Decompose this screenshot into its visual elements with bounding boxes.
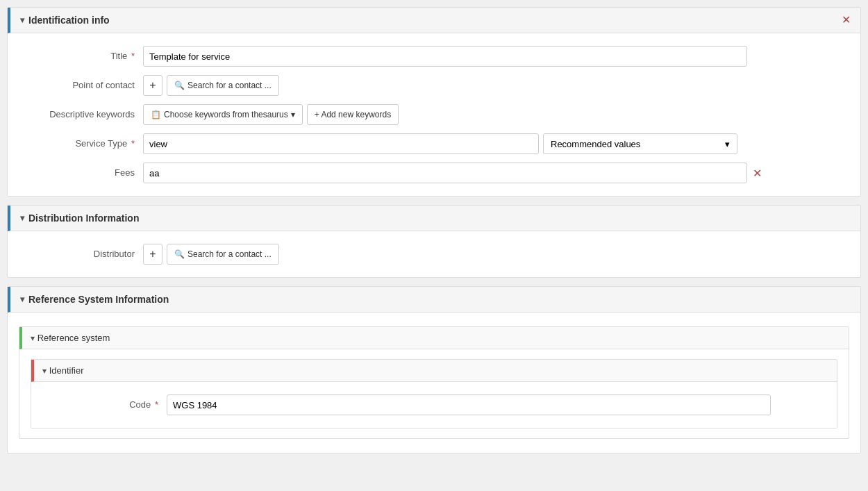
distribution-info-toggle[interactable]: ▾ Distribution Information	[20, 213, 139, 224]
reference-system-title: Reference System Information	[28, 294, 169, 305]
distributor-label: Distributor	[22, 244, 143, 259]
identifier-body: Code *	[31, 382, 837, 428]
distribution-info-title: Distribution Information	[28, 213, 139, 224]
distributor-control: + 🔍 Search for a contact ...	[143, 244, 846, 265]
plus-icon-dist: +	[149, 248, 156, 260]
point-of-contact-control: + 🔍 Search for a contact ...	[143, 75, 846, 96]
chevron-down-icon: ▾	[20, 15, 24, 25]
title-label: Title *	[22, 46, 143, 61]
distribution-info-section: ▾ Distribution Information Distributor +…	[7, 205, 861, 278]
identification-info-header[interactable]: ▾ Identification info ✕	[8, 8, 860, 33]
identification-info-toggle[interactable]: ▾ Identification info	[20, 15, 110, 26]
search-distributor-button[interactable]: 🔍 Search for a contact ...	[167, 244, 279, 265]
service-type-required-star: *	[131, 138, 135, 149]
code-required-star: *	[155, 399, 158, 410]
title-control	[143, 46, 846, 67]
chevron-down-icon-ref: ▾	[20, 294, 24, 304]
recommended-values-dropdown[interactable]: Recommended values ▾	[543, 133, 737, 154]
chevron-down-icon-dist: ▾	[20, 213, 24, 223]
search-contact-button[interactable]: 🔍 Search for a contact ...	[167, 75, 279, 96]
search-icon-dist: 🔍	[174, 249, 185, 259]
code-control	[167, 394, 823, 415]
identifier-section: ▾ Identifier Code *	[31, 359, 837, 428]
descriptive-keywords-row: Descriptive keywords 📋 Choose keywords f…	[8, 100, 860, 129]
code-label: Code *	[45, 394, 167, 410]
identifier-title: Identifier	[49, 365, 84, 376]
service-type-wrap: Recommended values ▾	[143, 133, 846, 154]
add-new-keywords-button[interactable]: + Add new keywords	[307, 104, 399, 125]
distributor-row: Distributor + 🔍 Search for a contact ...	[8, 240, 860, 269]
distribution-info-body: Distributor + 🔍 Search for a contact ...	[8, 231, 860, 277]
thesaurus-chevron-icon: ▾	[291, 110, 295, 119]
fees-input[interactable]	[143, 163, 747, 183]
service-type-control: Recommended values ▾	[143, 133, 846, 154]
service-type-label: Service Type *	[22, 133, 143, 149]
service-type-input[interactable]	[143, 133, 539, 154]
add-contact-button[interactable]: +	[143, 75, 162, 96]
title-input[interactable]	[143, 46, 747, 67]
distribution-info-header[interactable]: ▾ Distribution Information	[8, 206, 860, 231]
reference-system-toggle[interactable]: ▾ Reference System Information	[20, 294, 169, 305]
identification-info-body: Title * Point of contact + 🔍 Search for …	[8, 33, 860, 196]
identification-info-section: ▾ Identification info ✕ Title * Point of…	[7, 7, 861, 197]
identification-info-close-icon[interactable]: ✕	[842, 15, 851, 26]
title-row: Title *	[8, 42, 860, 71]
reference-system-nested-title: Reference system	[37, 333, 110, 343]
add-distributor-button[interactable]: +	[143, 244, 162, 265]
fees-label: Fees	[22, 163, 143, 178]
book-icon: 📋	[151, 110, 161, 119]
point-of-contact-row: Point of contact + 🔍 Search for a contac…	[8, 71, 860, 100]
reference-system-nested: ▾ Reference system ▾ Identifier	[19, 326, 849, 439]
chevron-down-icon-identifier: ▾	[42, 366, 47, 376]
descriptive-keywords-label: Descriptive keywords	[22, 104, 143, 119]
fees-delete-icon[interactable]: ✕	[753, 167, 762, 180]
identifier-header[interactable]: ▾ Identifier	[31, 360, 837, 382]
fees-row: Fees ✕	[8, 158, 860, 188]
descriptive-keywords-control: 📋 Choose keywords from thesaurus ▾ + Add…	[143, 104, 846, 125]
service-type-row: Service Type * Recommended values ▾	[8, 129, 860, 158]
dropdown-chevron-icon: ▾	[725, 139, 730, 149]
plus-icon: +	[149, 79, 156, 92]
identification-info-title: Identification info	[28, 15, 110, 26]
reference-system-header[interactable]: ▾ Reference System Information	[8, 287, 860, 313]
reference-system-section: ▾ Reference System Information ▾ Referen…	[7, 286, 861, 453]
reference-system-body: ▾ Reference system ▾ Identifier	[8, 313, 860, 453]
code-row: Code *	[31, 390, 837, 419]
point-of-contact-label: Point of contact	[22, 75, 143, 90]
thesaurus-button[interactable]: 📋 Choose keywords from thesaurus ▾	[143, 104, 303, 125]
chevron-down-icon-ref-nested: ▾	[31, 333, 35, 343]
code-input[interactable]	[167, 394, 771, 415]
reference-system-nested-body: ▾ Identifier Code *	[19, 349, 849, 438]
fees-control: ✕	[143, 163, 846, 183]
search-icon: 🔍	[174, 81, 185, 90]
reference-system-nested-header[interactable]: ▾ Reference system	[19, 327, 849, 349]
title-required-star: *	[131, 51, 135, 61]
